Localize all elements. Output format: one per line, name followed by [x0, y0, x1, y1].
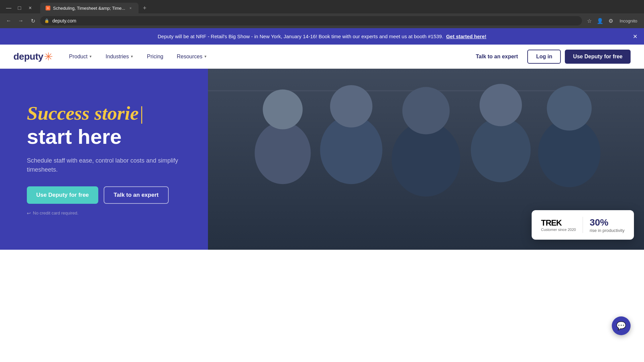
- svg-point-7: [330, 85, 372, 127]
- trek-logo-text: TREK: [541, 218, 561, 228]
- trek-card: TREK Customer since 2020 30% rise in pro…: [532, 210, 634, 240]
- forward-button[interactable]: →: [16, 16, 25, 25]
- banner-cta-link[interactable]: Get started here!: [446, 34, 486, 39]
- svg-point-4: [255, 122, 311, 184]
- browser-title-bar: — □ × D Scheduling, Timesheet &amp; Time…: [0, 0, 644, 13]
- announcement-banner: Deputy will be at NRF - Retail's Big Sho…: [0, 28, 644, 45]
- hero-image-area: TREK Customer since 2020 30% rise in pro…: [208, 69, 644, 250]
- back-button[interactable]: ←: [4, 16, 13, 25]
- window-restore-button[interactable]: □: [15, 3, 24, 13]
- nav-industries[interactable]: Industries ▼: [100, 51, 139, 62]
- hero-use-deputy-free-button[interactable]: Use Deputy for free: [27, 186, 98, 204]
- hero-content: Success storie| start here Schedule staf…: [0, 69, 208, 250]
- svg-point-9: [402, 87, 449, 134]
- window-controls[interactable]: — □ ×: [4, 3, 35, 13]
- svg-point-13: [547, 86, 592, 131]
- hero-title-main: start here: [27, 125, 188, 148]
- window-minimize-button[interactable]: —: [4, 3, 13, 13]
- hero-photo-background: TREK Customer since 2020 30% rise in pro…: [208, 69, 644, 250]
- nav-pricing[interactable]: Pricing: [142, 51, 169, 62]
- nav-product-label: Product: [69, 54, 88, 60]
- hero-buttons: Use Deputy for free Talk to an expert: [27, 186, 188, 204]
- refresh-button[interactable]: ↻: [28, 16, 38, 25]
- hero-talk-to-expert-button[interactable]: Talk to an expert: [104, 186, 169, 204]
- browser-toolbar: ← → ↻ 🔒 ☆ 👤 ⚙ Incognito: [0, 13, 644, 28]
- talk-to-expert-button[interactable]: Talk to an expert: [470, 51, 523, 62]
- resources-chevron-icon: ▼: [204, 55, 207, 58]
- nav-industries-label: Industries: [106, 54, 129, 60]
- toolbar-actions: ☆ 👤 ⚙ Incognito: [585, 16, 640, 25]
- no-credit-card-notice: ↩ No credit card required.: [27, 210, 188, 216]
- window-close-button[interactable]: ×: [25, 3, 35, 13]
- trek-customer-since: Customer since 2020: [541, 228, 576, 232]
- logo-link[interactable]: deputy ✳: [13, 50, 53, 63]
- nav-links: Product ▼ Industries ▼ Pricing Resources…: [64, 51, 471, 62]
- trek-logo: TREK Customer since 2020: [541, 218, 576, 232]
- tab-bar: D Scheduling, Timesheet &amp; Time... × …: [38, 3, 152, 13]
- no-cc-text: No credit card required.: [33, 210, 78, 216]
- address-lock-icon: 🔒: [44, 18, 49, 23]
- tab-favicon: D: [46, 6, 50, 10]
- trek-stat-label: rise in productivity: [590, 228, 625, 233]
- navbar: deputy ✳ Product ▼ Industries ▼ Pricing …: [0, 45, 644, 69]
- hero-subtitle: Schedule staff with ease, control labor …: [27, 156, 181, 174]
- bookmark-button[interactable]: ☆: [585, 16, 594, 25]
- hero-title-italic: Success storie|: [27, 103, 188, 124]
- new-tab-button[interactable]: +: [140, 3, 149, 13]
- product-chevron-icon: ▼: [89, 55, 92, 58]
- address-bar[interactable]: [40, 16, 582, 25]
- login-button[interactable]: Log in: [527, 50, 561, 64]
- trek-card-divider: [583, 217, 583, 233]
- svg-point-5: [263, 89, 303, 129]
- svg-point-11: [480, 84, 522, 126]
- logo-text: deputy: [13, 51, 43, 62]
- nav-resources[interactable]: Resources ▼: [171, 51, 212, 62]
- nav-product[interactable]: Product ▼: [64, 51, 98, 62]
- hero-cursor: |: [139, 102, 144, 124]
- extensions-button[interactable]: ⚙: [606, 16, 615, 25]
- hero-section: Success storie| start here Schedule staf…: [0, 69, 644, 250]
- trek-stat-number: 30%: [590, 217, 625, 228]
- industries-chevron-icon: ▼: [130, 55, 133, 58]
- active-tab[interactable]: D Scheduling, Timesheet &amp; Time... ×: [40, 3, 139, 13]
- nav-actions: Talk to an expert Log in Use Deputy for …: [470, 50, 631, 64]
- nav-resources-label: Resources: [177, 54, 202, 60]
- no-cc-icon: ↩: [27, 210, 31, 216]
- svg-point-10: [471, 118, 531, 182]
- tab-close-button[interactable]: ×: [128, 5, 133, 11]
- hero-title-italic-text: Success storie: [27, 102, 139, 124]
- use-deputy-free-button[interactable]: Use Deputy for free: [565, 50, 631, 64]
- logo-asterisk: ✳: [44, 50, 53, 63]
- trek-stat: 30% rise in productivity: [590, 217, 625, 233]
- profile-button[interactable]: 👤: [595, 16, 605, 25]
- banner-text: Deputy will be at NRF - Retail's Big Sho…: [158, 34, 443, 39]
- incognito-badge: Incognito: [617, 17, 640, 25]
- address-bar-wrapper: 🔒: [40, 16, 582, 25]
- banner-close-button[interactable]: ×: [633, 33, 637, 40]
- nav-pricing-label: Pricing: [147, 54, 163, 60]
- browser-window: — □ × D Scheduling, Timesheet &amp; Time…: [0, 0, 644, 28]
- tab-title: Scheduling, Timesheet &amp; Time...: [53, 6, 125, 11]
